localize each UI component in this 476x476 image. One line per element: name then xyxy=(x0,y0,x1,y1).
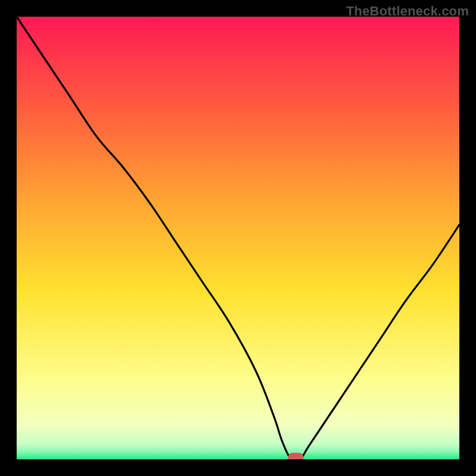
optimal-marker xyxy=(288,453,303,459)
bottleneck-curve xyxy=(17,17,459,459)
chart-stage: TheBottleneck.com xyxy=(0,0,476,476)
watermark-label: TheBottleneck.com xyxy=(346,4,469,19)
plot-area xyxy=(17,17,459,459)
